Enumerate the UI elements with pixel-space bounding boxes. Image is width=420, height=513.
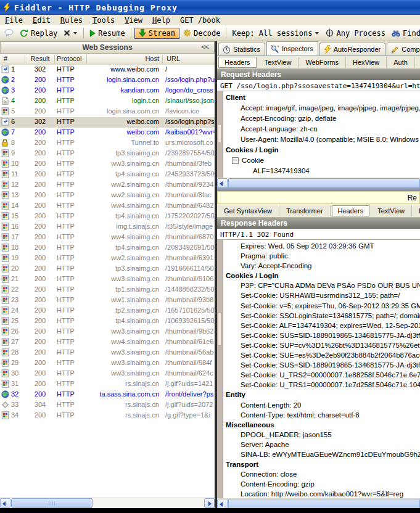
- table-row[interactable]: 15200HTTPtp4.sinaimg.cn/1752202027/50: [0, 211, 215, 222]
- header-line[interactable]: Accept-Encoding: gzip, deflate: [223, 113, 420, 124]
- table-row[interactable]: 8200HTTPTunnel tours.microsoft.co: [0, 138, 215, 149]
- scroll-thumb[interactable]: [218, 312, 221, 345]
- table-row[interactable]: 12200HTTPww2.sinaimg.cn/thumbnail/9234: [0, 180, 215, 191]
- response-hscrollbar[interactable]: [217, 498, 420, 508]
- keep-sessions-dropdown[interactable]: Keep: All sessions: [229, 28, 322, 39]
- response-tab-headers[interactable]: Headers: [332, 205, 370, 216]
- table-row[interactable]: 30200HTTPww3.sinaimg.cn/thumbnail/624c: [0, 369, 215, 379]
- column-separator[interactable]: [25, 55, 25, 64]
- table-row[interactable]: 4200HTTPlogin.t.cn/sinaurl/sso.json: [0, 96, 215, 107]
- any-process-button[interactable]: Any Process: [323, 28, 387, 39]
- request-tab-hexview[interactable]: HexView: [346, 57, 387, 68]
- table-row[interactable]: 16200HTTPimg.t.sinajs.cn/t35/style/image: [0, 222, 215, 232]
- table-row[interactable]: 11200HTTPtp4.sinaimg.cn/2452933723/50: [0, 170, 215, 180]
- tree-node-cookie[interactable]: Cookie: [223, 155, 420, 166]
- find-button[interactable]: Find: [389, 28, 420, 39]
- table-row[interactable]: 25200HTTPtp4.sinaimg.cn/1069392615/50: [0, 316, 215, 327]
- menu-item-edit[interactable]: Edit: [28, 15, 56, 25]
- table-row[interactable]: 6302HTTPweibo.com/sso/login.php?s: [0, 117, 215, 128]
- header-line[interactable]: Set-Cookie: SUS=SID-1889019865-134681577…: [223, 330, 420, 340]
- menu-item-tools[interactable]: Tools: [88, 15, 120, 25]
- table-row[interactable]: 3200HTTPkandian.com/logon/do_cross: [0, 86, 215, 96]
- table-row[interactable]: 13200HTTPww2.sinaimg.cn/thumbnail/8fac: [0, 191, 215, 201]
- table-row[interactable]: 2200HTTPlogin.sina.com.cn/sso/login.php?…: [0, 75, 215, 86]
- table-row[interactable]: 18200HTTPtp4.sinaimg.cn/2093492691/50: [0, 243, 215, 253]
- header-group[interactable]: Client: [223, 92, 420, 103]
- header-line[interactable]: Expires: Wed, 05 Sep 2012 03:29:36 GMT: [223, 241, 420, 251]
- response-tab-imageview[interactable]: ImageView: [412, 205, 420, 216]
- response-tab-transformer[interactable]: Transformer: [279, 205, 331, 216]
- menu-item-get-book[interactable]: GET /book: [175, 15, 225, 25]
- header-line[interactable]: Content-Type: text/html; charset=utf-8: [223, 410, 420, 420]
- collapse-expander-icon[interactable]: [232, 157, 239, 164]
- comment-button[interactable]: [2, 28, 16, 38]
- table-row[interactable]: 28200HTTPww3.sinaimg.cn/thumbnail/56ab: [0, 348, 215, 358]
- column-separator[interactable]: [162, 55, 163, 64]
- column-header-host[interactable]: Host: [81, 55, 159, 62]
- titlebar[interactable]: Fiddler - HTTP Debugging Proxy: [0, 0, 420, 15]
- table-row[interactable]: 14200HTTPww4.sinaimg.cn/thumbnail/6482: [0, 201, 215, 211]
- header-line[interactable]: Set-Cookie: SSOLoginState=1346815775; pa…: [223, 311, 420, 321]
- header-group[interactable]: Entity: [223, 390, 420, 400]
- table-row[interactable]: 32200HTTPta.sass.sina.com.cn/front/deliv…: [0, 390, 215, 400]
- decode-toggle-button[interactable]: Decode: [181, 28, 223, 39]
- collapse-panel-button[interactable]: <<: [199, 43, 212, 51]
- table-row[interactable]: 10200HTTPww3.sinaimg.cn/thumbnail/3feb: [0, 159, 215, 170]
- table-row[interactable]: 21200HTTPww3.sinaimg.cn/thumbnail/6106: [0, 274, 215, 285]
- scroll-thumb[interactable]: [228, 499, 420, 508]
- header-line[interactable]: Connection: close: [223, 469, 420, 479]
- header-line[interactable]: Content-Encoding: gzip: [223, 479, 420, 489]
- request-tab-textview[interactable]: TextView: [258, 57, 299, 68]
- scroll-thumb[interactable]: [11, 498, 93, 508]
- header-line[interactable]: Set-Cookie: SUE=es%3De2eb90f23b884b2f206…: [223, 350, 420, 360]
- menu-item-help[interactable]: Help: [147, 15, 175, 25]
- table-row[interactable]: 22200HTTPtp1.sinaimg.cn/1448858232/50: [0, 285, 215, 295]
- header-group[interactable]: Miscellaneous: [223, 420, 420, 430]
- column-separator[interactable]: [86, 55, 87, 64]
- tab-autoresponder[interactable]: AutoResponder: [319, 43, 385, 55]
- column-header-url[interactable]: URL: [167, 55, 180, 62]
- header-group[interactable]: Cookies / Login: [223, 271, 420, 281]
- sessions-hscrollbar[interactable]: [0, 498, 215, 508]
- table-row[interactable]: 1302HTTPwww.weibo.com/: [0, 65, 215, 75]
- menu-item-rules[interactable]: Rules: [56, 15, 88, 25]
- table-row[interactable]: 20200HTTPtp3.sinaimg.cn/1916666114/50: [0, 264, 215, 274]
- column-separator[interactable]: [54, 55, 55, 64]
- table-row[interactable]: 33304HTTPrs.sinajs.cn/j.gif?uids=2072: [0, 400, 215, 411]
- header-line[interactable]: Set-Cookie: U_TRS1=00000007.1e7d258f.504…: [223, 380, 420, 390]
- scroll-left-button[interactable]: [0, 498, 10, 508]
- tab-statistics[interactable]: Statistics: [218, 43, 265, 55]
- scroll-left-button[interactable]: [217, 499, 228, 508]
- header-line[interactable]: Set-Cookie: SUS=SID-1889019865-134681577…: [223, 360, 420, 370]
- header-line[interactable]: Server: Apache: [223, 440, 420, 449]
- column-header-result[interactable]: Result: [26, 55, 54, 62]
- table-row[interactable]: 29200HTTPww3.sinaimg.cn/thumbnail/684f: [0, 358, 215, 369]
- table-row[interactable]: 19200HTTPww2.sinaimg.cn/thumbnail/6391: [0, 253, 215, 264]
- header-line[interactable]: Set-Cookie: ALF=1347419304; expires=Wed,…: [223, 321, 420, 330]
- header-line[interactable]: P3P: CP="CURa ADMa DEVa PSAo PSDo OUR BU…: [223, 281, 420, 290]
- column-header-num[interactable]: #: [4, 55, 7, 62]
- header-line[interactable]: Set-Cookie: v=5; expires=Thu, 06-Sep-201…: [223, 301, 420, 311]
- header-line[interactable]: SINA-LB: eWYyMTEuaGEueWZncm91cDEuYmoubG9…: [223, 449, 420, 459]
- scroll-thumb[interactable]: [218, 124, 221, 143]
- header-line[interactable]: Pragma: public: [223, 251, 420, 261]
- header-line[interactable]: Vary: Accept-Encoding: [223, 261, 420, 271]
- response-status-line[interactable]: HTTP/1.1 302 Found: [217, 229, 420, 240]
- menu-item-view[interactable]: View: [120, 15, 147, 25]
- table-row[interactable]: 5200HTTPlogin.sina.com.cn/favicon.ico: [0, 107, 215, 117]
- column-header-protocol[interactable]: Protocol: [57, 55, 81, 62]
- response-tab-textview[interactable]: TextView: [371, 205, 412, 216]
- tab-composer[interactable]: Composer: [387, 43, 420, 55]
- table-row[interactable]: 9200HTTPtp3.sinaimg.cn/2392897554/50: [0, 149, 215, 159]
- table-row[interactable]: 24200HTTPtp2.sinaimg.cn/1657101625/50: [0, 306, 215, 316]
- header-line[interactable]: Set-Cookie: SUP=cv%3D1%26bt%3D1346815775…: [223, 340, 420, 350]
- encoding-notice-bar[interactable]: Re: [217, 191, 420, 204]
- replay-button[interactable]: Replay: [17, 28, 60, 39]
- request-line[interactable]: GET /sso/login.php?ssosavestate=13474193…: [217, 80, 420, 91]
- request-hscrollbar[interactable]: [217, 178, 420, 188]
- scroll-thumb[interactable]: [228, 178, 420, 188]
- header-line[interactable]: Set-Cookie: U_TRS2=00000007.1e88258f.504…: [223, 370, 420, 380]
- header-line[interactable]: Set-Cookie: USRHAWB=usrmdins312_155; pat…: [223, 290, 420, 300]
- response-tab-get-syntaxview[interactable]: Get SyntaxView: [217, 205, 279, 216]
- remove-sessions-button[interactable]: [61, 28, 80, 38]
